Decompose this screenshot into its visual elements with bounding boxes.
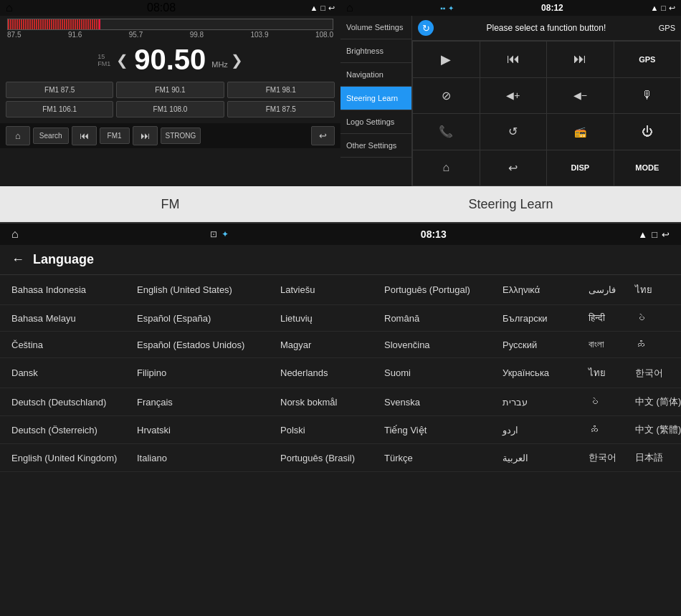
steering-gps-label: GPS xyxy=(659,24,675,32)
fm-frequency-bar: 87.591.695.799.8103.9108.0 xyxy=(0,16,340,41)
fm-preset-row-1: FM1 87.5 FM1 90.1 FM1 98.1 xyxy=(6,82,335,98)
fm-arrow-right[interactable]: ❯ xyxy=(231,52,243,69)
steer-home-btn[interactable]: ⌂ xyxy=(413,150,480,186)
fm-right-icons: ▲□↩ xyxy=(310,4,335,13)
sidebar-item-logo[interactable]: Logo Settings xyxy=(340,110,411,134)
steer-mute-btn[interactable]: ⊘ xyxy=(413,78,480,114)
lang-bt-icon: ✦ xyxy=(222,229,229,239)
fm-status-bar: ⌂ 08:08 ▲□↩ xyxy=(0,0,340,16)
fm-search-btn[interactable]: Search xyxy=(33,127,69,144)
lang-cell: Latviešu xyxy=(280,284,384,295)
lang-cell: English (United Kingdom) xyxy=(11,453,137,463)
steer-phone-btn[interactable]: 📞 xyxy=(413,114,480,150)
lang-cell: Hrvatski xyxy=(137,425,280,435)
lang-row[interactable]: Bahasa Indonesia English (United States)… xyxy=(0,275,681,305)
steer-power-btn[interactable]: ⏻ xyxy=(614,114,681,150)
steering-bt-icon: ✦ xyxy=(448,4,454,12)
sidebar-item-other[interactable]: Other Settings xyxy=(340,134,411,158)
sidebar-item-steering[interactable]: Steering Learn xyxy=(340,87,411,110)
fm-strong-btn[interactable]: STRONG xyxy=(161,127,201,144)
lang-home-icon: ⌂ xyxy=(11,228,19,241)
steer-gps-btn[interactable]: GPS xyxy=(614,42,681,77)
lang-cell: Português (Portugal) xyxy=(384,284,503,295)
lang-cast-icon: ⊡ xyxy=(210,229,217,239)
lang-cell: Lietuvių xyxy=(280,313,384,324)
lang-cell: Filipino xyxy=(137,367,280,378)
sidebar-item-navigation[interactable]: Navigation xyxy=(340,63,411,87)
sidebar-item-volume[interactable]: Volume Settings xyxy=(340,16,411,39)
fm-preset-1[interactable]: FM1 87.5 xyxy=(6,82,113,98)
steer-disp-btn[interactable]: DISP xyxy=(547,150,614,186)
lang-list: Bahasa Indonesia English (United States)… xyxy=(0,275,681,612)
steer-prev-btn[interactable]: ⏮ xyxy=(480,42,547,77)
lang-cell: Български xyxy=(503,313,589,324)
steer-next-btn[interactable]: ⏭ xyxy=(547,42,614,77)
fm-panel: ⌂ 08:08 ▲□↩ 87.591.695.799.8103.9108.0 xyxy=(0,0,340,186)
lang-cell: עברית xyxy=(503,397,589,408)
lang-cell: বাংলা xyxy=(589,339,635,350)
fm-arrow-left[interactable]: ❮ xyxy=(116,52,128,69)
lang-row[interactable]: Bahasa Melayu Español (España) Lietuvių … xyxy=(0,305,681,332)
lang-cell: ပဲ xyxy=(589,397,635,408)
lang-row[interactable]: Deutsch (Deutschland) Français Norsk bok… xyxy=(0,388,681,416)
lang-row[interactable]: Dansk Filipino Nederlands Suomi Українсь… xyxy=(0,358,681,388)
fm-mhz-label: MHz xyxy=(211,60,228,69)
fm-main-display: 15 FM1 ❮ 90.50 MHz ❯ xyxy=(0,41,340,79)
fm-presets: FM1 87.5 FM1 90.1 FM1 98.1 FM1 106.1 FM1… xyxy=(0,79,340,123)
fm-frequency-display: 90.50 xyxy=(128,44,211,76)
fm-preset-6[interactable]: FM1 87.5 xyxy=(227,101,335,117)
fm-home-btn[interactable]: ⌂ xyxy=(6,126,30,145)
steering-right-icons: ▲□↩ xyxy=(650,4,675,13)
lang-cell: Bahasa Indonesia xyxy=(11,284,137,295)
lang-cell: فارسی xyxy=(589,284,635,295)
steering-panel: ⌂ ▪▪ ✦ 08:12 ▲□↩ Volume Settings Brightn… xyxy=(340,0,681,186)
lang-right-icons: ▲□↩ xyxy=(638,229,670,240)
lang-cell: Українська xyxy=(503,367,589,378)
lang-cell: 한국어 xyxy=(635,367,681,380)
lang-back-btn[interactable]: ← xyxy=(11,252,24,267)
fm-prev-btn[interactable]: ⏮ xyxy=(72,126,97,145)
sidebar-item-brightness[interactable]: Brightness xyxy=(340,39,411,63)
lang-title: Language xyxy=(33,252,94,267)
fm-preset-2[interactable]: FM1 90.1 xyxy=(116,82,224,98)
fm-label-btn[interactable]: FM1 xyxy=(100,127,130,144)
lang-cell: English (United States) xyxy=(137,284,280,295)
fm-preset-5[interactable]: FM1 108.0 xyxy=(116,101,224,117)
steer-mic-btn[interactable]: 🎙 xyxy=(614,78,681,114)
fm-controls: ⌂ Search ⏮ FM1 ⏭ STRONG ↩ xyxy=(0,123,340,148)
steer-play-btn[interactable]: ▶ xyxy=(413,42,480,77)
fm-home-icon: ⌂ xyxy=(6,1,13,14)
steering-sidebar: Volume Settings Brightness Navigation St… xyxy=(340,16,412,186)
lang-time: 08:13 xyxy=(421,228,447,240)
steer-back2-btn[interactable]: ↩ xyxy=(480,150,547,186)
freq-numbers: 87.591.695.799.8103.9108.0 xyxy=(7,30,333,39)
fm-preset-3[interactable]: FM1 98.1 xyxy=(227,82,335,98)
steering-header: ↻ Please select a function button! GPS xyxy=(412,16,681,41)
lang-cell: Nederlands xyxy=(280,367,384,378)
lang-row[interactable]: English (United Kingdom) Italiano Portug… xyxy=(0,444,681,472)
lang-row[interactable]: Deutsch (Österreich) Hrvatski Polski Tiế… xyxy=(0,416,681,444)
steering-time: 08:12 xyxy=(541,3,563,13)
fm-next-btn[interactable]: ⏭ xyxy=(133,126,158,145)
steer-rotate-btn[interactable]: ↺ xyxy=(480,114,547,150)
steer-vol-down-btn[interactable]: ◀− xyxy=(547,78,614,114)
lang-cell: Русский xyxy=(503,340,589,350)
lang-cell: ဢိ xyxy=(635,340,681,350)
steering-content: Volume Settings Brightness Navigation St… xyxy=(340,16,681,186)
lang-cell: Français xyxy=(137,397,280,408)
steer-vol-up-btn[interactable]: ◀+ xyxy=(480,78,547,114)
lang-cell: 中文 (简体) xyxy=(635,395,681,408)
steering-main: ↻ Please select a function button! GPS ▶… xyxy=(412,16,681,186)
steer-radio-btn[interactable]: 📻 xyxy=(547,114,614,150)
steering-bottom-label: Steering Learn xyxy=(340,186,681,222)
lang-row[interactable]: Čeština Español (Estados Unidos) Magyar … xyxy=(0,332,681,358)
lang-header: ← Language xyxy=(0,245,681,275)
lang-cell: 中文 (繁體) xyxy=(635,423,681,436)
lang-cell: ไทย xyxy=(635,282,681,297)
refresh-icon[interactable]: ↻ xyxy=(418,20,434,36)
steer-mode-btn[interactable]: MODE xyxy=(614,150,681,186)
lang-cell: Bahasa Melayu xyxy=(11,313,137,324)
lang-cell: Deutsch (Deutschland) xyxy=(11,397,137,408)
fm-preset-4[interactable]: FM1 106.1 xyxy=(6,101,113,117)
fm-back-btn[interactable]: ↩ xyxy=(311,126,335,145)
